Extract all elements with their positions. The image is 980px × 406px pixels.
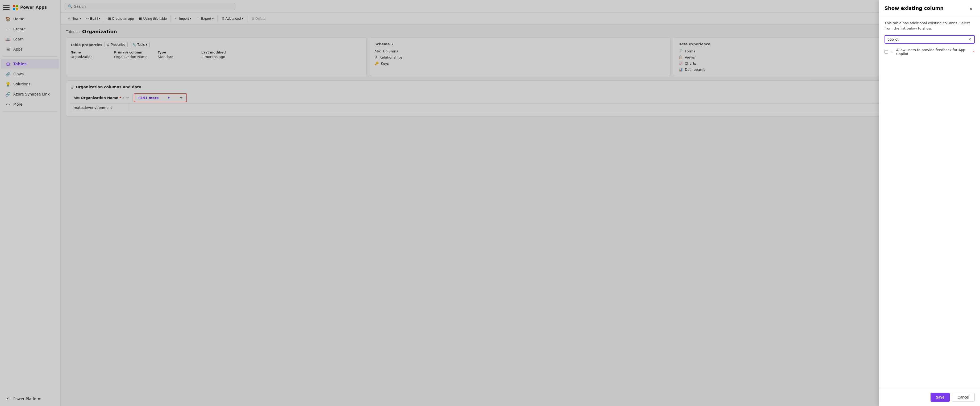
panel-search-input[interactable] <box>888 37 967 41</box>
copilot-feedback-label: Allow users to provide feedback for App … <box>896 48 970 56</box>
panel-footer: Save Cancel <box>879 388 980 406</box>
copilot-icon: ⊞ <box>891 50 894 54</box>
panel-save-button[interactable]: Save <box>931 393 950 402</box>
panel-close-button[interactable]: ✕ <box>967 5 975 13</box>
panel-cancel-button[interactable]: Cancel <box>952 393 975 402</box>
show-existing-column-panel: Show existing column ✕ This table has ad… <box>879 0 980 406</box>
copilot-feedback-row: ⊞ Allow users to provide feedback for Ap… <box>885 48 975 56</box>
copilot-feedback-checkbox[interactable] <box>885 50 888 54</box>
panel-search-container[interactable]: ✕ <box>885 35 975 44</box>
modal-overlay[interactable] <box>0 0 980 406</box>
panel-search-clear-button[interactable]: ✕ <box>968 37 972 41</box>
panel-title: Show existing column <box>885 5 943 11</box>
panel-header: Show existing column ✕ <box>879 0 980 16</box>
copilot-required-marker: * <box>973 50 975 54</box>
panel-body: This table has additional existing colum… <box>879 16 980 388</box>
panel-description: This table has additional existing colum… <box>885 21 975 31</box>
